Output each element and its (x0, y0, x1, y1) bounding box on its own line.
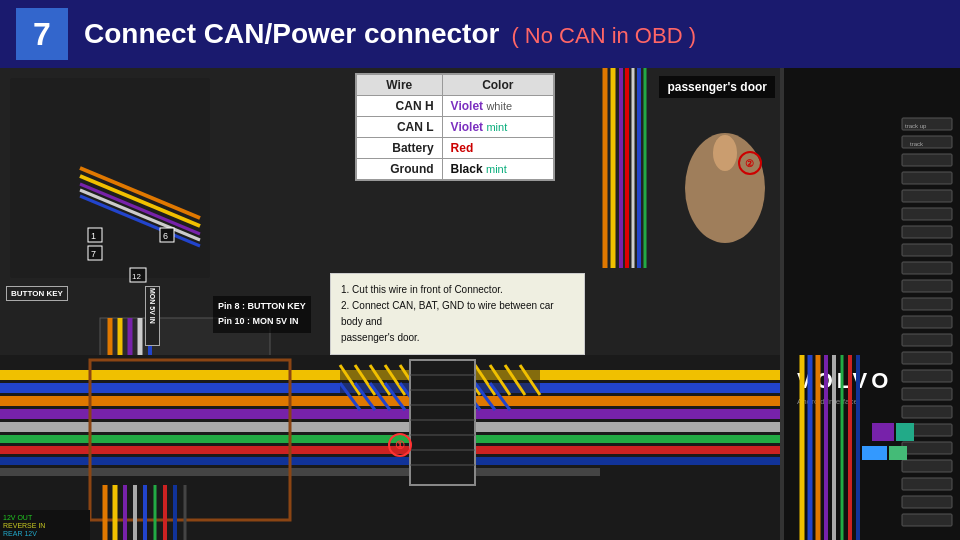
svg-text:track up: track up (905, 123, 927, 129)
instruction-line2: 2. Connect CAN, BAT, GND to wire between… (341, 298, 574, 330)
svg-rect-127 (889, 446, 907, 460)
main-content: VOLVO 1 7 6 12 BUTTON KEY MON 5V IN (0, 68, 960, 540)
step-number: 7 (16, 8, 68, 60)
wire-name-canh: CAN H (357, 96, 443, 117)
wire-table: Wire Color CAN H Violet white CAN L Viol… (355, 73, 555, 181)
wire-col-header: Wire (357, 75, 443, 96)
svg-rect-101 (902, 154, 952, 166)
svg-rect-126 (862, 446, 887, 460)
mon5v-label: MON 5V IN (145, 286, 160, 346)
svg-text:①: ① (395, 439, 405, 451)
wire-color-canl: Violet mint (442, 117, 553, 138)
photo-passenger-door: ② (585, 68, 780, 268)
table-row: CAN L Violet mint (357, 117, 554, 138)
svg-text:②: ② (745, 158, 754, 169)
svg-rect-107 (902, 262, 952, 274)
svg-rect-124 (872, 423, 894, 441)
volvo-panel: track up track (780, 68, 960, 540)
svg-rect-102 (902, 172, 952, 184)
svg-rect-110 (902, 316, 952, 328)
header: 7 Connect CAN/Power connector ( No CAN i… (0, 0, 960, 68)
svg-rect-104 (902, 208, 952, 220)
table-row: CAN H Violet white (357, 96, 554, 117)
page: 7 Connect CAN/Power connector ( No CAN i… (0, 0, 960, 540)
pin12-label: Pin 8 : BUTTON KEY (218, 299, 306, 314)
pin-labels: Pin 8 : BUTTON KEY Pin 10 : MON 5V IN (213, 296, 311, 333)
svg-rect-108 (902, 280, 952, 292)
pin10-label: Pin 10 : MON 5V IN (218, 314, 306, 329)
instruction-line1: 1. Cut this wire in front of Connector. (341, 282, 574, 298)
wire-name-battery: Battery (357, 138, 443, 159)
wire-color-ground: Black mint (442, 159, 553, 180)
svg-rect-106 (902, 244, 952, 256)
svg-point-33 (713, 135, 737, 171)
svg-rect-109 (902, 298, 952, 310)
button-key-label: BUTTON KEY (6, 286, 68, 301)
wiring-diagram: ① 12V OUT REVERSE IN REAR 12V (0, 355, 780, 540)
table-row: Ground Black mint (357, 159, 554, 180)
svg-text:track: track (910, 141, 924, 147)
svg-rect-117 (902, 442, 952, 454)
svg-rect-113 (902, 370, 952, 382)
table-row: Battery Red (357, 138, 554, 159)
svg-rect-115 (902, 406, 952, 418)
page-title: Connect CAN/Power connector (84, 18, 499, 50)
svg-rect-114 (902, 388, 952, 400)
svg-rect-120 (902, 496, 952, 508)
svg-rect-112 (902, 352, 952, 364)
svg-text:REVERSE IN: REVERSE IN (3, 522, 45, 529)
svg-rect-39 (0, 396, 780, 406)
wire-name-ground: Ground (357, 159, 443, 180)
svg-text:12V OUT: 12V OUT (3, 514, 33, 521)
color-col-header: Color (442, 75, 553, 96)
svg-rect-105 (902, 226, 952, 238)
svg-rect-111 (902, 334, 952, 346)
svg-rect-121 (902, 514, 952, 526)
svg-rect-71 (410, 360, 475, 485)
svg-rect-103 (902, 190, 952, 202)
svg-rect-96 (782, 68, 784, 540)
page-subtitle: ( No CAN in OBD ) (511, 23, 696, 49)
svg-rect-118 (902, 460, 952, 472)
svg-text:REAR 12V: REAR 12V (3, 530, 37, 537)
svg-rect-125 (896, 423, 914, 441)
instruction-line3: passenger's door. (341, 330, 574, 346)
passenger-door-label: passenger's door (659, 76, 775, 98)
svg-rect-41 (0, 422, 780, 432)
svg-rect-119 (902, 478, 952, 490)
svg-rect-44 (0, 457, 780, 465)
svg-rect-40 (0, 409, 780, 419)
wire-name-canl: CAN L (357, 117, 443, 138)
wire-color-battery: Red (442, 138, 553, 159)
wire-color-canh: Violet white (442, 96, 553, 117)
instruction-box: 1. Cut this wire in front of Connector. … (330, 273, 585, 355)
